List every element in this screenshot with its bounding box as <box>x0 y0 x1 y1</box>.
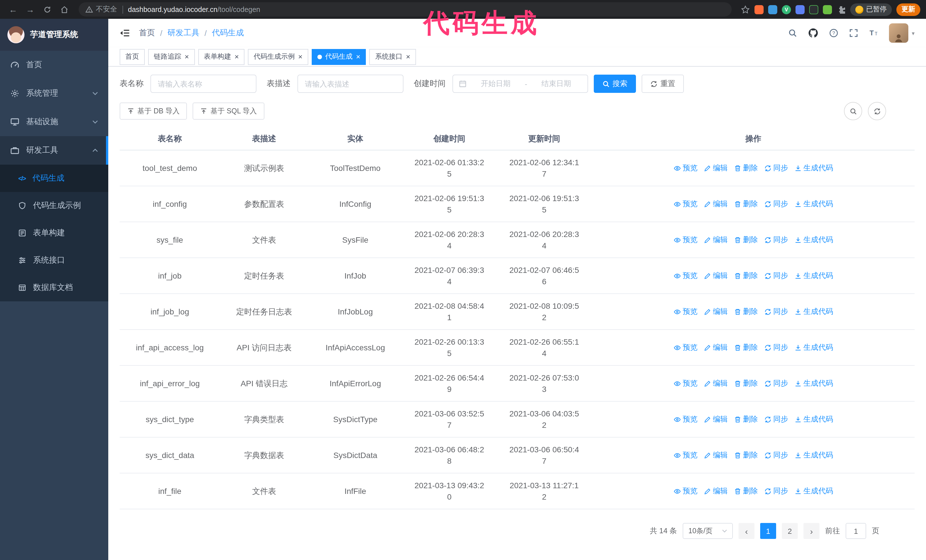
extensions-puzzle-icon[interactable] <box>837 5 846 14</box>
preview-link[interactable]: 预览 <box>673 485 698 497</box>
page-button[interactable]: 1 <box>760 523 776 539</box>
delete-link[interactable]: 删除 <box>734 162 758 174</box>
close-icon[interactable]: × <box>356 53 360 60</box>
close-icon[interactable]: × <box>235 53 239 60</box>
extension-icon[interactable] <box>809 5 818 14</box>
generate-code-link[interactable]: 生成代码 <box>794 450 833 461</box>
tab[interactable]: 系统接口 × <box>369 49 416 65</box>
edit-link[interactable]: 编辑 <box>704 414 728 425</box>
delete-link[interactable]: 删除 <box>734 306 758 317</box>
refresh-table-button[interactable] <box>868 102 886 120</box>
preview-link[interactable]: 预览 <box>673 234 698 246</box>
edit-link[interactable]: 编辑 <box>704 234 728 246</box>
sync-link[interactable]: 同步 <box>764 342 788 353</box>
sync-link[interactable]: 同步 <box>764 450 788 461</box>
tab[interactable]: 表单构建 × <box>198 49 244 65</box>
tab[interactable]: 链路追踪 × <box>148 49 195 65</box>
address-bar[interactable]: 不安全 dashboard.yudao.iocoder.cn/tool/code… <box>79 2 732 17</box>
preview-link[interactable]: 预览 <box>673 450 698 461</box>
sidebar-item-home[interactable]: 首页 <box>0 51 108 79</box>
sidebar-item-system[interactable]: 系统管理 <box>0 79 108 108</box>
extension-icon[interactable] <box>796 5 805 14</box>
page-size-select[interactable]: 10条/页 <box>683 523 733 539</box>
edit-link[interactable]: 编辑 <box>704 270 728 281</box>
import-sql-button[interactable]: 基于 SQL 导入 <box>193 103 265 120</box>
table-desc-input[interactable] <box>298 75 404 93</box>
sync-link[interactable]: 同步 <box>764 198 788 210</box>
generate-code-link[interactable]: 生成代码 <box>794 162 833 174</box>
page-button[interactable]: 2 <box>782 523 798 539</box>
bookmark-star-icon[interactable] <box>741 5 750 14</box>
logo[interactable]: 芋道管理系统 <box>0 19 108 51</box>
sync-link[interactable]: 同步 <box>764 414 788 425</box>
sidebar-item-codegen[interactable]: </> 代码生成 <box>0 165 108 192</box>
generate-code-link[interactable]: 生成代码 <box>794 234 833 246</box>
sidebar-item-form-builder[interactable]: 表单构建 <box>0 219 108 247</box>
edit-link[interactable]: 编辑 <box>704 485 728 497</box>
generate-code-link[interactable]: 生成代码 <box>794 270 833 281</box>
close-icon[interactable]: × <box>298 53 302 60</box>
browser-update-button[interactable]: 更新 <box>896 3 920 16</box>
sidebar-item-dev-tools[interactable]: 研发工具 <box>0 136 108 165</box>
delete-link[interactable]: 删除 <box>734 450 758 461</box>
help-icon[interactable]: ? <box>829 29 838 38</box>
generate-code-link[interactable]: 生成代码 <box>794 378 833 389</box>
tab[interactable]: 代码生成示例 × <box>248 49 308 65</box>
sync-link[interactable]: 同步 <box>764 270 788 281</box>
breadcrumb-item[interactable]: 代码生成 <box>212 28 244 38</box>
extension-icon-vue[interactable]: V <box>782 5 791 14</box>
edit-link[interactable]: 编辑 <box>704 342 728 353</box>
delete-link[interactable]: 删除 <box>734 378 758 389</box>
delete-link[interactable]: 删除 <box>734 270 758 281</box>
tab[interactable]: 首页 <box>120 49 145 65</box>
delete-link[interactable]: 删除 <box>734 414 758 425</box>
preview-link[interactable]: 预览 <box>673 198 698 210</box>
generate-code-link[interactable]: 生成代码 <box>794 485 833 497</box>
preview-link[interactable]: 预览 <box>673 162 698 174</box>
delete-link[interactable]: 删除 <box>734 485 758 497</box>
security-indicator[interactable]: 不安全 <box>85 5 117 14</box>
sync-link[interactable]: 同步 <box>764 485 788 497</box>
delete-link[interactable]: 删除 <box>734 234 758 246</box>
delete-link[interactable]: 删除 <box>734 342 758 353</box>
preview-link[interactable]: 预览 <box>673 378 698 389</box>
preview-link[interactable]: 预览 <box>673 306 698 317</box>
edit-link[interactable]: 编辑 <box>704 450 728 461</box>
font-size-icon[interactable]: TT <box>869 29 878 38</box>
sync-link[interactable]: 同步 <box>764 378 788 389</box>
sidebar-fold-icon[interactable] <box>120 28 130 38</box>
user-menu[interactable]: ▾ <box>889 23 915 43</box>
extension-icon[interactable] <box>768 5 777 14</box>
sidebar-item-system-api[interactable]: 系统接口 <box>0 247 108 274</box>
toggle-search-button[interactable] <box>844 102 862 120</box>
extension-icon[interactable] <box>755 5 764 14</box>
next-page-button[interactable]: › <box>803 523 819 539</box>
preview-link[interactable]: 预览 <box>673 414 698 425</box>
delete-link[interactable]: 删除 <box>734 198 758 210</box>
sync-link[interactable]: 同步 <box>764 306 788 317</box>
browser-home-icon[interactable] <box>57 2 72 17</box>
close-icon[interactable]: × <box>185 53 189 60</box>
browser-reload-icon[interactable] <box>40 2 55 17</box>
sidebar-item-db-doc[interactable]: 数据库文档 <box>0 274 108 301</box>
edit-link[interactable]: 编辑 <box>704 198 728 210</box>
search-button[interactable]: 搜索 <box>594 75 636 93</box>
prev-page-button[interactable]: ‹ <box>738 523 755 539</box>
tab[interactable]: 代码生成 × <box>312 49 366 65</box>
github-icon[interactable] <box>808 28 818 38</box>
generate-code-link[interactable]: 生成代码 <box>794 198 833 210</box>
browser-back-icon[interactable]: ← <box>6 2 21 17</box>
breadcrumb-item[interactable]: 研发工具 <box>168 28 200 38</box>
close-icon[interactable]: × <box>406 53 410 60</box>
generate-code-link[interactable]: 生成代码 <box>794 306 833 317</box>
breadcrumb-item[interactable]: 首页 <box>139 28 155 38</box>
preview-link[interactable]: 预览 <box>673 342 698 353</box>
extension-icon[interactable] <box>823 5 832 14</box>
search-icon[interactable] <box>788 29 797 38</box>
fullscreen-icon[interactable] <box>849 29 858 38</box>
preview-link[interactable]: 预览 <box>673 270 698 281</box>
generate-code-link[interactable]: 生成代码 <box>794 414 833 425</box>
edit-link[interactable]: 编辑 <box>704 306 728 317</box>
edit-link[interactable]: 编辑 <box>704 162 728 174</box>
browser-forward-icon[interactable]: → <box>23 2 38 17</box>
